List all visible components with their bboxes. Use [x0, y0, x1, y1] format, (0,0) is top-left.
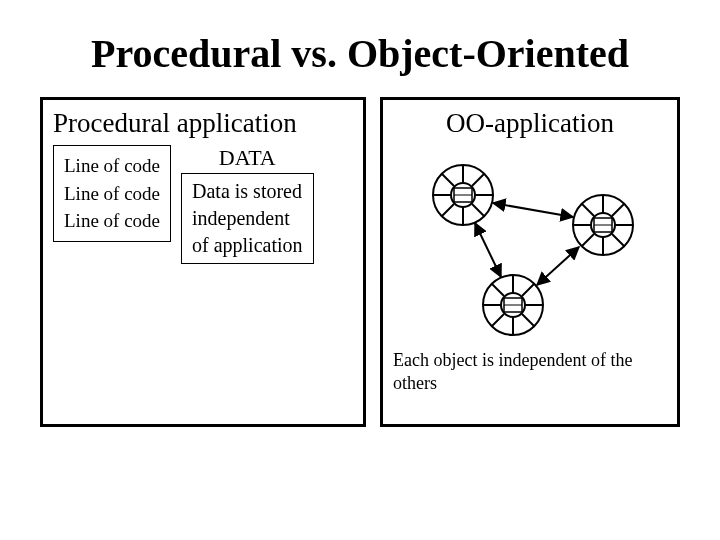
code-line: Line of code — [64, 152, 160, 180]
oo-svg — [393, 145, 673, 345]
code-box: Line of code Line of code Line of code — [53, 145, 171, 242]
procedural-heading: Procedural application — [53, 108, 353, 139]
oo-diagram — [393, 145, 667, 345]
double-arrow-icon — [493, 203, 573, 217]
oo-caption: Each object is independent of the others — [393, 349, 667, 394]
slide-title: Procedural vs. Object-Oriented — [40, 30, 680, 77]
data-text-line: Data is stored — [192, 178, 303, 205]
object-node-icon — [573, 195, 633, 255]
oo-panel: OO-application — [380, 97, 680, 427]
procedural-panel: Procedural application Line of code Line… — [40, 97, 366, 427]
procedural-body: Line of code Line of code Line of code D… — [53, 145, 353, 264]
data-stack: DATA Data is stored independent of appli… — [181, 145, 314, 264]
data-label: DATA — [219, 145, 276, 171]
data-box: Data is stored independent of applicatio… — [181, 173, 314, 264]
panels-row: Procedural application Line of code Line… — [40, 97, 680, 427]
data-text-line: of application — [192, 232, 303, 259]
object-node-icon — [433, 165, 493, 225]
code-line: Line of code — [64, 207, 160, 235]
code-line: Line of code — [64, 180, 160, 208]
data-text-line: independent — [192, 205, 303, 232]
oo-heading: OO-application — [393, 108, 667, 139]
double-arrow-icon — [537, 247, 579, 285]
slide: Procedural vs. Object-Oriented Procedura… — [0, 0, 720, 447]
object-node-icon — [483, 275, 543, 335]
double-arrow-icon — [475, 223, 501, 277]
